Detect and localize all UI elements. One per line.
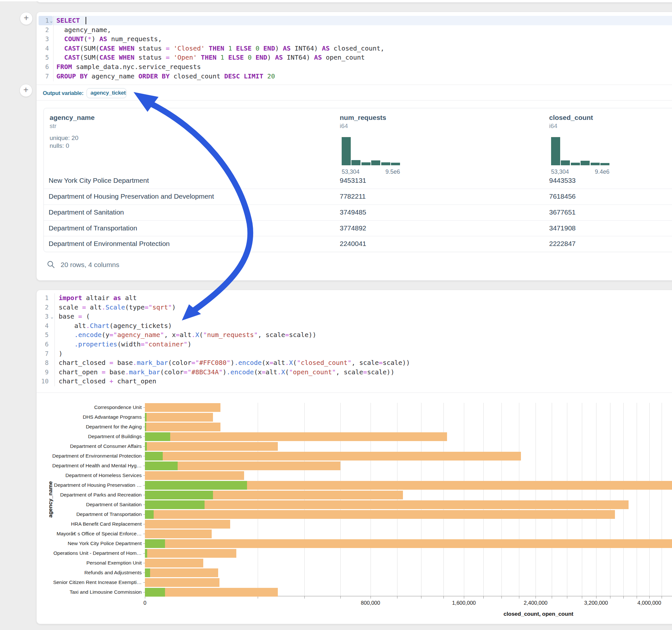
gridline [637,403,637,596]
column-name[interactable]: closed_count [549,114,593,122]
bar-open-count [145,442,147,451]
histogram-bar [371,161,380,165]
table-cell: 7618456 [549,193,576,200]
code-token: ) [59,350,63,358]
code-token: = [363,368,367,376]
x-axis-label: 4,000,000 [637,600,661,606]
code-line[interactable]: FROM sample_data.nyc.service_requests [37,62,672,72]
code-line[interactable]: chart_closed = base.mark_bar(color="#FFC… [37,358,672,367]
code-token: sample_data.nyc.service_requests [72,63,201,71]
code-token [244,53,248,61]
code-token: . [285,359,289,366]
row-count-label: 20 rows, 4 columns [61,261,119,269]
bar-closed-count [145,471,244,480]
bar-closed-count [145,510,615,519]
code-token: INT64) [283,53,314,61]
code-token [251,53,256,61]
bar-chart[interactable]: 0800,0001,600,0002,400,0003,200,0004,000… [37,393,672,624]
code-token [56,44,64,52]
y-axis-label: Department of Health and Mental Hyg… [37,463,142,468]
code-line[interactable]: chart_open = base.mark_bar(color="#8BC34… [37,367,672,377]
code-line[interactable]: SELECT [37,16,672,25]
y-axis-label: Mayorâ€ s Office of Special Enforce… [37,531,142,537]
code-token: " [195,359,199,366]
y-axis-label: Department of Environmental Protection [37,453,142,459]
code-token: closed_count [170,72,224,80]
code-token: agency_name [117,331,160,339]
histogram-bar [391,163,400,165]
y-axis-label: Taxi and Limousine Commission [37,589,142,595]
x-axis-label: 800,000 [361,600,380,606]
code-line[interactable]: CAST(SUM(CASE WHEN status = 'Open' THEN … [37,53,672,62]
gridline [304,403,305,596]
code-line[interactable]: .properties(width="container") [37,340,672,349]
python-code-editor[interactable]: 12345678910⌄import altair as altscale = … [37,293,672,386]
code-line[interactable]: .encode(y="agency_name", x=alt.X("num_re… [37,330,672,340]
bar-closed-count [145,432,447,441]
x-axis-label: 1,600,000 [452,600,476,606]
code-token: chart_open [59,368,101,376]
sql-code-editor[interactable]: 1234567⌄SELECT agency_name, COUNT(*) AS … [37,16,672,81]
y-axis-label: Personal Exemption Unit [37,560,142,566]
table-cell: Department of Sanitation [49,209,124,216]
bar-open-count [145,568,150,577]
gridline [258,403,258,596]
code-line[interactable]: GROUP BY agency_name ORDER BY closed_cou… [37,72,672,81]
code-token: (x [254,368,262,376]
bar-closed-count [145,452,521,461]
code-line[interactable]: agency_name, [37,25,672,35]
column-name[interactable]: agency_name [50,114,95,122]
code-token [59,340,74,348]
code-token: X [289,359,293,366]
code-line[interactable]: scale = alt.Scale(type="sqrt") [37,303,672,312]
code-token: base [106,368,125,376]
code-line[interactable]: chart_closed + chart_open [37,377,672,386]
code-token: AS [275,53,283,61]
gridline [649,403,650,596]
code-token: ) [275,44,283,52]
code-token: " [289,368,293,376]
code-token: ) [231,359,234,366]
output-variable-label: Output variable: [43,90,83,97]
search-icon[interactable] [47,260,55,269]
code-line[interactable]: base = ( [37,312,672,321]
code-token: " [114,331,117,339]
code-token: ELSE [228,53,244,61]
code-line[interactable]: COUNT(*) AS num_requests, [37,34,672,44]
gridline [596,403,597,596]
gridline [397,403,398,596]
add-cell-button-below[interactable]: + [20,84,32,97]
gridline [340,403,341,596]
column-stats: unique: 20nulls: 0 [50,134,78,150]
code-line[interactable]: alt.Chart(agency_tickets) [37,321,672,331]
x-tick [304,596,305,599]
y-axis-label: Department of Consumer Affairs [37,443,142,449]
x-tick [567,596,567,599]
gridline [610,403,610,596]
column-histogram[interactable] [342,137,400,165]
code-token: ) [187,340,191,348]
column-histogram[interactable] [551,137,609,165]
bar-open-count [145,422,146,431]
code-token: altair [82,294,113,302]
code-line[interactable]: CAST(SUM(CASE WHEN status = 'Closed' THE… [37,44,672,53]
output-variable-badge[interactable]: agency_tickets [87,88,126,98]
x-tick [662,596,662,599]
x-axis-title: closed_count, open_count [503,611,573,617]
code-token: 1 [220,53,224,61]
table-cell: Department of Transportation [49,224,137,232]
text-cursor [86,17,86,24]
code-token: (color [168,359,191,366]
code-token: .encode [226,368,254,376]
code-token: CAST [64,44,80,52]
code-line[interactable]: import altair as alt [37,293,672,303]
histogram-bar [571,163,580,165]
add-cell-button-top[interactable]: + [20,12,33,25]
column-name[interactable]: num_requests [340,114,386,122]
code-line[interactable]: ) [37,349,672,358]
code-token: .encode [234,359,262,366]
code-token: Scale [106,303,125,311]
code-token: DESC [224,72,240,80]
code-token [59,331,74,339]
x-tick [610,596,610,599]
